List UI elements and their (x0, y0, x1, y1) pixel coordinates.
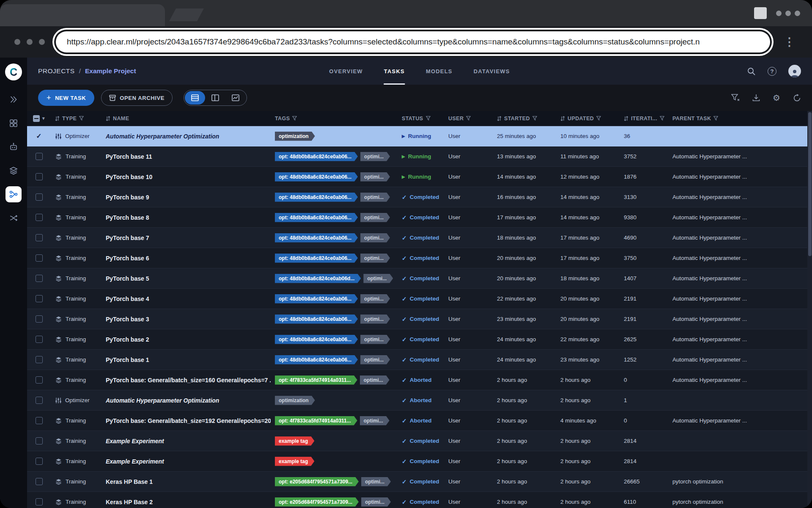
task-name[interactable]: PyTorch base: General/batch_size=160 Gen… (102, 377, 271, 384)
column-header-started[interactable]: STARTED (493, 111, 556, 126)
filter-icon[interactable] (660, 116, 664, 121)
help-icon[interactable]: ? (768, 67, 776, 76)
row-checkbox[interactable] (36, 336, 43, 343)
filter-icon[interactable] (466, 116, 471, 121)
row-checkbox[interactable] (36, 478, 43, 485)
sort-icon[interactable] (55, 116, 60, 121)
filter-icon[interactable] (532, 116, 537, 121)
browser-window-button[interactable] (754, 7, 767, 19)
row-checkbox[interactable] (36, 214, 43, 221)
task-name[interactable]: PyTorch base 1 (102, 356, 271, 363)
sidebar-item-projects[interactable] (5, 115, 22, 131)
column-header-updated[interactable]: UPDATED (556, 111, 620, 126)
tab-tasks[interactable]: TASKS (384, 58, 405, 85)
task-name[interactable]: PyTorch base 10 (102, 174, 271, 180)
table-row[interactable]: ✓OptimizerAutomatic Hyperparameter Optim… (27, 126, 812, 146)
table-row[interactable]: TrainingPyTorch base 10opt: 48db0b8a6c82… (27, 167, 812, 187)
task-name[interactable]: Automatic Hyperparameter Optimization (102, 397, 271, 404)
table-row[interactable]: TrainingPyTorch base 11opt: 48db0b8a6c82… (27, 146, 812, 167)
sidebar-item-applications[interactable] (5, 91, 22, 108)
table-row[interactable]: TrainingPyTorch base 2opt: 48db0b8a6c824… (27, 329, 812, 350)
task-name[interactable]: Automatic Hyperparameter Optimization (102, 133, 271, 140)
sidebar-item-orchestration[interactable] (5, 210, 22, 226)
table-row[interactable]: TrainingPyTorch base: General/batch_size… (27, 370, 812, 390)
breadcrumb-current-project[interactable]: Example Project (85, 67, 136, 75)
row-checkbox[interactable] (36, 254, 43, 262)
sort-icon[interactable] (497, 116, 502, 121)
table-row[interactable]: TrainingKeras HP Base 1opt: e205d684f795… (27, 472, 812, 492)
filter-icon[interactable] (596, 116, 601, 121)
table-row[interactable]: OptimizerAutomatic Hyperparameter Optimi… (27, 390, 812, 411)
row-checkbox[interactable] (36, 315, 43, 323)
browser-tab[interactable] (0, 4, 165, 26)
table-row[interactable]: TrainingPyTorch base 9opt: 48db0b8a6c824… (27, 187, 812, 207)
filter-icon[interactable] (79, 116, 84, 121)
row-checkbox[interactable] (36, 397, 43, 404)
row-checkbox[interactable]: ✓ (36, 132, 41, 140)
task-name[interactable]: PyTorch base 3 (102, 316, 271, 323)
search-icon[interactable] (747, 67, 756, 76)
column-header-user[interactable]: USER (444, 111, 493, 126)
table-row[interactable]: TrainingPyTorch base: General/batch_size… (27, 411, 812, 431)
filter-icon[interactable] (426, 116, 431, 121)
table-row[interactable]: TrainingKeras HP Base 2opt: e205d684f795… (27, 492, 812, 508)
task-name[interactable]: PyTorch base 7 (102, 235, 271, 241)
row-checkbox[interactable] (36, 417, 43, 424)
row-checkbox[interactable] (36, 275, 43, 282)
tab-overview[interactable]: OVERVIEW (329, 58, 362, 85)
row-checkbox[interactable] (36, 153, 43, 160)
breadcrumb-projects[interactable]: PROJECTS (38, 67, 75, 75)
column-header-tags[interactable]: TAGS (271, 111, 398, 126)
table-row[interactable]: TrainingPyTorch base 4opt: 48db0b8a6c824… (27, 289, 812, 309)
browser-kebab-menu-icon[interactable]: ⋮ (781, 36, 798, 48)
download-icon[interactable] (752, 94, 760, 102)
column-header-name[interactable]: NAME (102, 111, 271, 126)
filter-icon[interactable] (292, 116, 297, 121)
table-row[interactable]: TrainingPyTorch base 5opt: 48db0b8a6c824… (27, 268, 812, 289)
table-row[interactable]: TrainingExample Experimentexample tag✓Co… (27, 431, 812, 451)
row-checkbox[interactable] (36, 234, 43, 241)
row-checkbox[interactable] (36, 498, 43, 505)
column-header-iterations[interactable]: ITERATI... (620, 111, 668, 126)
filter-reset-icon[interactable] (731, 94, 740, 102)
new-task-button[interactable]: + NEW TASK (38, 90, 94, 106)
sort-icon[interactable] (624, 116, 628, 121)
clearml-logo[interactable]: C (5, 64, 22, 80)
row-checkbox[interactable] (36, 458, 43, 465)
row-checkbox[interactable] (36, 356, 43, 363)
task-name[interactable]: Example Experiment (102, 458, 271, 465)
task-name[interactable]: PyTorch base 6 (102, 255, 271, 262)
chart-view-icon[interactable] (225, 91, 246, 105)
settings-gear-icon[interactable]: ⚙ (773, 94, 780, 102)
task-name[interactable]: PyTorch base 4 (102, 295, 271, 302)
browser-menu-dots-icon[interactable] (776, 11, 800, 16)
vertical-scrollbar[interactable] (807, 111, 812, 508)
table-row[interactable]: TrainingExample Experimentexample tag✓Co… (27, 451, 812, 472)
column-header-select[interactable]: ▾ (27, 111, 51, 126)
browser-window-controls[interactable] (14, 39, 45, 45)
tab-models[interactable]: MODELS (426, 58, 453, 85)
select-all-caret-icon[interactable]: ▾ (42, 116, 45, 121)
avatar[interactable] (788, 65, 801, 77)
task-name[interactable]: PyTorch base 8 (102, 214, 271, 221)
sidebar-item-datasets[interactable] (5, 163, 22, 179)
row-checkbox[interactable] (36, 376, 43, 384)
column-header-type[interactable]: TYPE (51, 111, 102, 126)
task-name[interactable]: PyTorch base: General/batch_size=192 Gen… (102, 417, 271, 424)
task-name[interactable]: Keras HP Base 2 (102, 499, 271, 505)
tab-dataviews[interactable]: DATAVIEWS (474, 58, 510, 85)
row-checkbox[interactable] (36, 193, 43, 201)
row-checkbox[interactable] (36, 173, 43, 180)
task-name[interactable]: Keras HP Base 1 (102, 478, 271, 485)
auto-refresh-icon[interactable] (793, 94, 801, 102)
table-row[interactable]: TrainingPyTorch base 6opt: 48db0b8a6c824… (27, 248, 812, 268)
row-checkbox[interactable] (36, 437, 43, 444)
table-row[interactable]: TrainingPyTorch base 8opt: 48db0b8a6c824… (27, 207, 812, 228)
filter-icon[interactable] (713, 116, 718, 121)
column-header-status[interactable]: STATUS (398, 111, 444, 126)
task-name[interactable]: PyTorch base 5 (102, 275, 271, 282)
task-name[interactable]: PyTorch base 11 (102, 153, 271, 160)
url-bar[interactable]: https://app.clear.ml/projects/2043a1657f… (56, 31, 770, 52)
row-checkbox[interactable] (36, 295, 43, 302)
sidebar-item-workers-queues[interactable] (5, 139, 22, 155)
